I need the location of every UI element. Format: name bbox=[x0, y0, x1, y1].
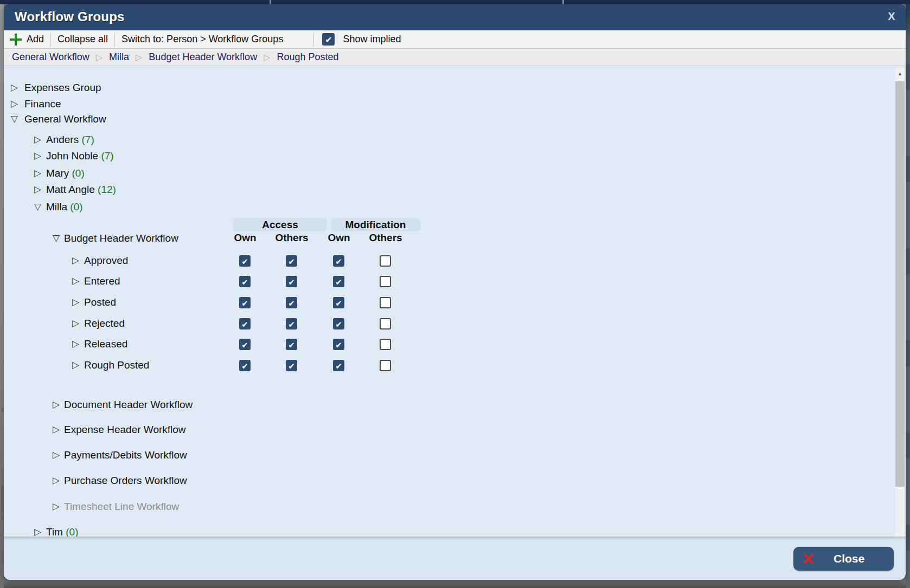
collapsed-triangle-icon[interactable]: ▷ bbox=[53, 500, 60, 514]
collapsed-triangle-icon[interactable]: ▷ bbox=[53, 398, 60, 412]
switch-to-label: Switch to: Person > Workflow Groups bbox=[121, 34, 283, 45]
person-count: (0) bbox=[70, 201, 82, 212]
checkbox-entered-modification-own[interactable] bbox=[333, 276, 344, 287]
breadcrumb-item-rough-posted[interactable]: Rough Posted bbox=[277, 51, 338, 63]
tree-row-document-header-workflow: ▷ Document Header Workflow bbox=[4, 398, 893, 412]
person-count: (7) bbox=[101, 150, 113, 161]
scroll-up-arrow-icon[interactable]: ▲ bbox=[895, 68, 905, 79]
scrollbar-thumb[interactable] bbox=[895, 81, 905, 487]
tree-item-label[interactable]: Approved bbox=[84, 254, 128, 268]
show-implied-checkbox[interactable] bbox=[322, 33, 335, 46]
tree-item-label[interactable]: Payments/Debits Workflow bbox=[64, 448, 187, 462]
checkbox-posted-modification-own[interactable] bbox=[333, 297, 344, 308]
checkbox-rough-posted-modification-others[interactable] bbox=[380, 360, 391, 371]
tree-row-rejected: ▷ Rejected bbox=[4, 316, 893, 331]
checkbox-rejected-access-own[interactable] bbox=[239, 318, 251, 329]
collapsed-triangle-icon[interactable]: ▷ bbox=[72, 337, 79, 351]
collapsed-triangle-icon[interactable]: ▷ bbox=[11, 97, 18, 111]
tree-item-label[interactable]: Finance bbox=[24, 97, 61, 111]
checkbox-entered-modification-others[interactable] bbox=[380, 276, 391, 287]
checkbox-posted-modification-others[interactable] bbox=[380, 297, 391, 308]
person-name: Tim bbox=[46, 526, 63, 537]
scrollbar[interactable]: ▲ bbox=[895, 67, 905, 537]
collapsed-triangle-icon[interactable]: ▷ bbox=[34, 133, 41, 147]
tree-item-label[interactable]: Document Header Workflow bbox=[64, 398, 193, 412]
collapsed-triangle-icon[interactable]: ▷ bbox=[53, 448, 60, 462]
checkbox-rough-posted-access-own[interactable] bbox=[239, 360, 251, 371]
add-button-label: Add bbox=[27, 34, 44, 45]
checkbox-rough-posted-access-others[interactable] bbox=[286, 360, 297, 371]
tree-item-label[interactable]: Matt Angle (12) bbox=[46, 183, 116, 197]
collapsed-triangle-icon[interactable]: ▷ bbox=[72, 316, 79, 331]
checkbox-posted-access-others[interactable] bbox=[286, 297, 297, 308]
close-button-label: Close bbox=[834, 552, 864, 565]
collapsed-triangle-icon[interactable]: ▷ bbox=[72, 295, 79, 309]
checkbox-rejected-modification-own[interactable] bbox=[333, 318, 344, 329]
show-implied-label[interactable]: Show implied bbox=[343, 34, 401, 45]
checkbox-rejected-modification-others[interactable] bbox=[380, 318, 391, 329]
checkbox-entered-access-others[interactable] bbox=[286, 276, 297, 287]
collapsed-triangle-icon[interactable]: ▷ bbox=[72, 274, 79, 288]
tree-item-label[interactable]: Posted bbox=[84, 295, 116, 309]
backdrop-band bbox=[906, 525, 910, 551]
collapsed-triangle-icon[interactable]: ▷ bbox=[34, 525, 41, 537]
checkbox-posted-access-own[interactable] bbox=[239, 297, 251, 308]
tree-item-label[interactable]: Tim (0) bbox=[46, 525, 78, 537]
checkbox-released-modification-own[interactable] bbox=[333, 339, 344, 350]
checkbox-rejected-access-others[interactable] bbox=[286, 318, 297, 329]
collapsed-triangle-icon[interactable]: ▷ bbox=[53, 474, 60, 488]
expanded-triangle-icon[interactable]: ▽ bbox=[53, 231, 60, 245]
checkbox-approved-modification-others[interactable] bbox=[380, 255, 391, 267]
dialog-titlebar: Workflow Groups X bbox=[4, 4, 906, 30]
checkbox-released-access-others[interactable] bbox=[286, 339, 297, 350]
expanded-triangle-icon[interactable]: ▽ bbox=[11, 112, 18, 126]
collapsed-triangle-icon[interactable]: ▷ bbox=[72, 254, 79, 268]
tree-item-label[interactable]: Budget Header Workflow bbox=[64, 231, 178, 245]
collapsed-triangle-icon[interactable]: ▷ bbox=[72, 358, 79, 372]
toolbar-divider bbox=[313, 33, 314, 47]
tree-item-label[interactable]: Expenses Group bbox=[24, 81, 101, 95]
tree-item-label[interactable]: Rough Posted bbox=[84, 358, 149, 372]
backdrop-band bbox=[906, 248, 910, 274]
page-behind-top-strip bbox=[0, 0, 910, 4]
toolbar: Add Collapse all Switch to: Person > Wor… bbox=[4, 30, 906, 49]
tree-item-label[interactable]: Released bbox=[84, 337, 127, 351]
person-count: (0) bbox=[66, 526, 78, 537]
tree-item-label[interactable]: John Noble (7) bbox=[46, 149, 114, 163]
tree-item-label[interactable]: Purchase Orders Workflow bbox=[64, 474, 187, 488]
tree-item-label[interactable]: Entered bbox=[84, 274, 120, 288]
tree-item-label[interactable]: Anders (7) bbox=[46, 133, 94, 147]
checkbox-released-access-own[interactable] bbox=[239, 339, 251, 350]
switch-to-button[interactable]: Switch to: Person > Workflow Groups bbox=[116, 30, 289, 48]
collapse-all-button[interactable]: Collapse all bbox=[52, 30, 114, 48]
tree-item-label[interactable]: Mary (0) bbox=[46, 166, 85, 180]
add-button[interactable]: Add bbox=[4, 30, 50, 48]
collapsed-triangle-icon[interactable]: ▷ bbox=[34, 166, 41, 180]
breadcrumb-item-budget-header-workflow[interactable]: Budget Header Workflow bbox=[149, 51, 257, 63]
person-name: Anders bbox=[46, 134, 79, 145]
tree-row-finance: ▷ Finance bbox=[4, 97, 893, 111]
tree-item-label[interactable]: General Workflow bbox=[24, 112, 106, 126]
tree-item-label[interactable]: Rejected bbox=[84, 316, 125, 331]
collapsed-triangle-icon[interactable]: ▷ bbox=[34, 183, 41, 197]
tree-item-label[interactable]: Milla (0) bbox=[46, 200, 83, 214]
backdrop-band bbox=[906, 432, 910, 458]
close-button[interactable]: Close bbox=[793, 547, 894, 571]
tree-row-anders: ▷ Anders (7) bbox=[4, 133, 893, 147]
checkbox-rough-posted-modification-own[interactable] bbox=[333, 360, 344, 371]
breadcrumb-item-general-workflow[interactable]: General Workflow bbox=[12, 51, 89, 63]
expanded-triangle-icon[interactable]: ▽ bbox=[34, 200, 41, 214]
breadcrumb-item-milla[interactable]: Milla bbox=[109, 51, 129, 63]
collapsed-triangle-icon[interactable]: ▷ bbox=[34, 149, 41, 163]
collapsed-triangle-icon[interactable]: ▷ bbox=[53, 423, 60, 437]
checkbox-approved-access-own[interactable] bbox=[239, 255, 251, 267]
checkbox-entered-access-own[interactable] bbox=[239, 276, 251, 287]
tree-row-general-workflow: ▽ General Workflow bbox=[4, 112, 893, 126]
tree-item-label[interactable]: Expense Header Workflow bbox=[64, 423, 186, 437]
checkbox-approved-modification-own[interactable] bbox=[333, 255, 344, 267]
checkbox-released-modification-others[interactable] bbox=[380, 339, 391, 350]
collapsed-triangle-icon[interactable]: ▷ bbox=[11, 81, 18, 95]
column-group-modification: Modification bbox=[331, 218, 420, 231]
close-x-button[interactable]: X bbox=[885, 9, 899, 23]
checkbox-approved-access-others[interactable] bbox=[286, 255, 297, 267]
